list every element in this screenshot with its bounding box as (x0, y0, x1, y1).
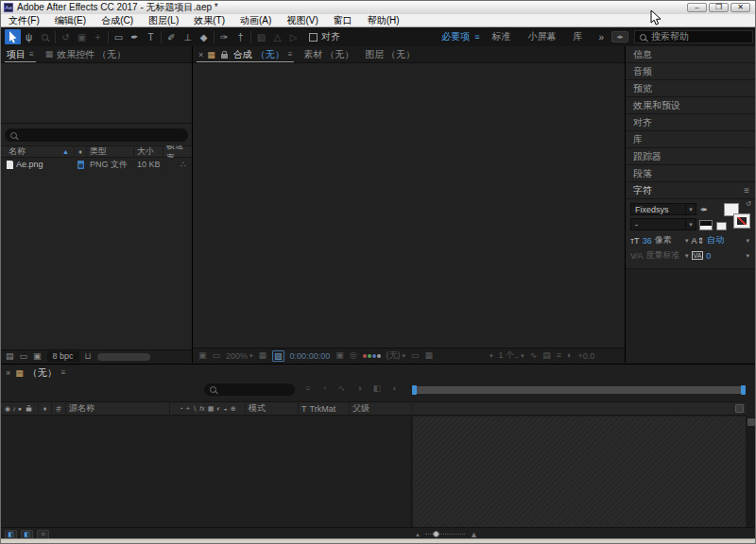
time-navigator-bar[interactable] (413, 386, 745, 394)
column-label[interactable] (75, 145, 87, 158)
zoom-out-icon[interactable] (415, 532, 421, 537)
sidebar-panel-audio[interactable]: 音频 (626, 63, 756, 80)
zoom-select[interactable]: 200% (226, 351, 253, 361)
graph-editor-icon[interactable] (392, 384, 397, 393)
channel-icon[interactable] (363, 354, 381, 358)
tab-project[interactable]: 项目 (1, 46, 40, 63)
region-of-interest-icon[interactable] (411, 351, 420, 360)
label-color-swatch[interactable] (77, 161, 84, 169)
tab-footage[interactable]: 素材 （无） (298, 46, 359, 63)
type-tool-button[interactable] (143, 29, 159, 44)
timeline-zoom-slider[interactable] (415, 530, 478, 539)
viewer-timecode[interactable]: 0:00:00:00 (290, 351, 331, 361)
font-style-select[interactable]: - (630, 218, 696, 230)
chevron-down-icon[interactable] (685, 252, 689, 259)
title-bar[interactable]: Ae Adobe After Effects CC 2017 - 无标题项目.a… (1, 1, 755, 14)
new-folder-button[interactable] (20, 352, 28, 361)
close-tab-icon[interactable] (6, 368, 10, 378)
snap-checkbox-icon[interactable] (309, 33, 318, 42)
help-search-input[interactable]: 搜索帮助 (634, 30, 753, 43)
quality-icon[interactable] (193, 405, 197, 412)
shy-icon[interactable] (179, 405, 182, 412)
column-label[interactable] (39, 401, 52, 416)
column-trkmat[interactable]: T TrkMat (299, 401, 350, 416)
chevron-down-icon[interactable] (685, 237, 689, 244)
sidebar-panel-effects-presets[interactable]: 效果和预设 (626, 97, 756, 114)
tab-layer[interactable]: 图层 （无） (359, 46, 421, 63)
show-snapshot-icon[interactable] (350, 351, 357, 360)
tab-effect-controls[interactable]: 效果控件 （无） (40, 46, 131, 63)
fx-icon[interactable] (199, 405, 204, 412)
tracking-control[interactable]: VA 0 (692, 251, 753, 261)
motion-blur-icon[interactable] (373, 384, 382, 393)
column-mode[interactable]: 模式 (246, 401, 299, 416)
restore-button[interactable] (709, 3, 729, 12)
sidebar-panel-tracker[interactable]: 跟踪器 (626, 148, 756, 165)
menu-view[interactable]: 视图(V) (279, 14, 325, 27)
reset-exposure-icon[interactable] (567, 351, 572, 360)
leading-control[interactable]: A⇕ 自动 (692, 234, 753, 246)
menu-window[interactable]: 窗口 (326, 14, 360, 27)
panel-menu-icon[interactable] (29, 51, 34, 59)
font-size-value[interactable]: 36 (643, 236, 652, 246)
mask-visibility-icon[interactable] (425, 351, 434, 360)
pan-behind-tool-button[interactable] (90, 29, 106, 44)
draft-3d-icon[interactable] (321, 384, 326, 393)
roto-brush-tool-button[interactable] (216, 29, 232, 44)
layer-list-area[interactable] (1, 416, 412, 527)
font-family-select[interactable]: Fixedsys (630, 203, 696, 215)
resolution-select[interactable] (438, 352, 493, 359)
column-frame-rate[interactable]: 帧速率 (163, 145, 192, 158)
interpret-footage-button[interactable] (6, 352, 14, 361)
adjustment-layer-icon[interactable] (224, 405, 228, 412)
sidebar-panel-align[interactable]: 对齐 (626, 114, 756, 131)
timeline-button-icon[interactable] (542, 351, 551, 360)
swap-fill-stroke-icon[interactable] (746, 200, 751, 208)
workspace-tab-library[interactable]: 库 (573, 30, 582, 43)
fast-previews-icon[interactable] (530, 351, 538, 360)
horizontal-scrollbar[interactable] (97, 353, 150, 361)
expand-in-out-toggle[interactable] (37, 530, 49, 539)
panel-menu-icon[interactable] (744, 186, 749, 196)
stroke-color-swatch[interactable] (734, 214, 749, 228)
comp-marker-bin-icon[interactable] (735, 404, 744, 413)
no-fill-swatch[interactable] (716, 222, 727, 230)
close-button[interactable] (730, 3, 750, 12)
column-parent[interactable]: 父级 (350, 401, 412, 416)
project-search-input[interactable] (5, 128, 188, 142)
workspace-overflow-button[interactable]: » (598, 32, 604, 42)
zoom-tool-button[interactable] (37, 29, 53, 44)
kerning-value[interactable]: 度量标准 (646, 249, 680, 262)
column-name[interactable]: 名称 (1, 145, 75, 158)
hide-shy-layers-icon[interactable] (338, 384, 346, 393)
project-item-row[interactable]: Ae.png PNG 文件 10 KB (1, 158, 192, 171)
zoom-slider-knob[interactable] (433, 531, 439, 537)
expand-layer-switches-toggle[interactable] (5, 530, 17, 539)
tracking-value[interactable]: 0 (706, 251, 711, 261)
solo-icon[interactable] (18, 405, 22, 412)
kerning-control[interactable]: V∕A 度量标准 (630, 249, 692, 262)
eyedropper-icon[interactable] (699, 204, 707, 214)
puppet-pin-tool-button[interactable] (232, 29, 249, 44)
workspace-switcher-icon[interactable]: ◂▸ (611, 31, 628, 42)
menu-layer[interactable]: 图层(L) (141, 14, 186, 27)
sidebar-panel-info[interactable]: 信息 (626, 46, 756, 63)
font-size-control[interactable]: ᴛT 36 像素 (630, 234, 692, 246)
snap-toggle[interactable]: 对齐 (309, 30, 340, 43)
collapse-icon[interactable] (186, 405, 190, 412)
exposure-value[interactable]: +0.0 (577, 351, 594, 361)
panel-menu-icon[interactable] (288, 51, 293, 59)
brush-tool-button[interactable] (163, 29, 180, 44)
chevron-down-icon[interactable] (746, 252, 749, 259)
timeline-tab-label[interactable]: （无） (28, 366, 57, 380)
tab-composition[interactable]: 合成 （无） (193, 46, 298, 63)
track-area[interactable] (413, 416, 746, 527)
workspace-tab-small-screen[interactable]: 小屏幕 (527, 30, 556, 43)
clone-stamp-tool-button[interactable] (180, 29, 196, 44)
leading-value[interactable]: 自动 (707, 234, 724, 246)
menu-composition[interactable]: 合成(C) (94, 14, 141, 27)
magnification-icon[interactable] (213, 351, 221, 360)
sidebar-panel-paragraph[interactable]: 段落 (626, 165, 756, 182)
selection-tool-button[interactable] (5, 29, 21, 44)
new-composition-button[interactable] (33, 352, 42, 361)
